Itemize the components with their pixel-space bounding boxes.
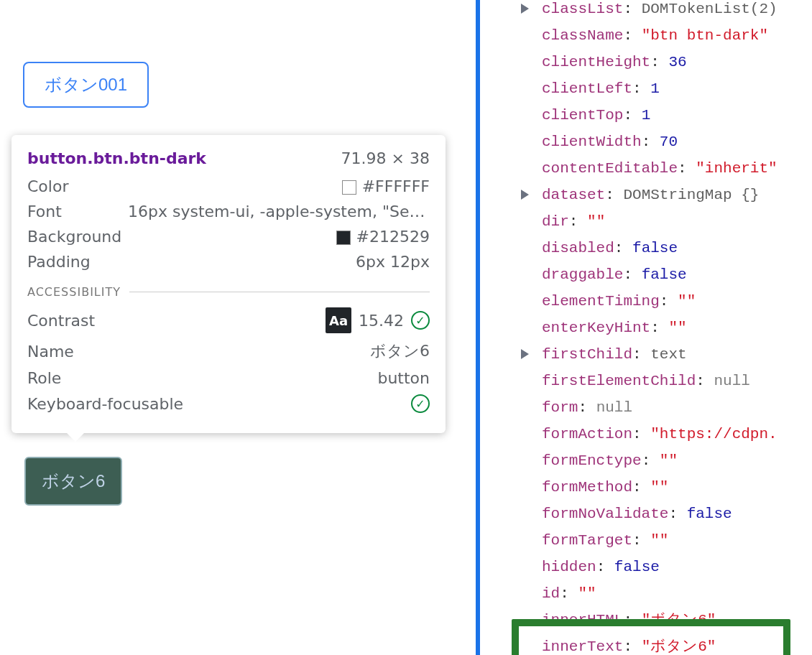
a11y-value: Aa 15.42 ✓ xyxy=(326,307,430,333)
style-label: Padding xyxy=(27,253,91,271)
property-key: formNoValidate xyxy=(542,506,668,522)
property-row[interactable]: clientWidth: 70 xyxy=(542,129,812,155)
style-value: 6px 12px xyxy=(356,253,430,271)
property-row[interactable]: formMethod: "" xyxy=(542,474,812,501)
property-row[interactable]: className: "btn btn-dark" xyxy=(542,22,812,49)
style-row-font: Font 16px system-ui, -apple-system, "Seg… xyxy=(27,203,430,220)
property-key: formEnctype xyxy=(542,452,642,469)
checkmark-icon: ✓ xyxy=(411,311,430,330)
property-key: clientHeight xyxy=(542,54,650,70)
color-swatch-icon xyxy=(336,231,351,245)
property-value: "" xyxy=(650,479,668,496)
property-key: elementTiming xyxy=(542,293,660,310)
property-key: formMethod xyxy=(542,479,632,496)
property-key: firstChild xyxy=(542,346,632,363)
a11y-value: ボタン6 xyxy=(370,340,430,362)
property-row[interactable]: formAction: "https://cdpn. xyxy=(542,421,812,447)
property-row[interactable]: contentEditable: "inherit" xyxy=(542,155,812,182)
property-row[interactable]: dir: "" xyxy=(542,208,812,235)
a11y-label: Role xyxy=(27,369,61,387)
property-row[interactable]: clientTop: 1 xyxy=(542,102,812,129)
property-value: "" xyxy=(578,585,596,602)
property-key: dir xyxy=(542,213,569,230)
property-value: 1 xyxy=(650,80,660,97)
expand-arrow-icon[interactable] xyxy=(521,190,529,200)
property-row[interactable]: hidden: false xyxy=(542,554,812,580)
property-row[interactable]: formTarget: "" xyxy=(542,527,812,554)
property-value: 1 xyxy=(642,107,651,124)
inspected-selector: button.btn.btn-dark xyxy=(27,149,206,167)
property-row[interactable]: elementTiming: "" xyxy=(542,288,812,315)
property-value: "" xyxy=(587,213,605,230)
page-preview-pane: ボタン001 button.btn.btn-dark 71.98 × 38 Co… xyxy=(0,0,476,655)
a11y-row-name: Name ボタン6 xyxy=(27,340,430,362)
color-swatch-icon xyxy=(342,180,356,195)
property-row[interactable]: clientHeight: 36 xyxy=(542,49,812,75)
property-row[interactable]: dataset: DOMStringMap {} xyxy=(542,182,812,208)
property-row[interactable]: enterKeyHint: "" xyxy=(542,315,812,341)
property-key: id xyxy=(542,585,560,602)
property-value: "https://cdpn. xyxy=(650,426,777,442)
property-value: text xyxy=(650,346,686,363)
property-value: "" xyxy=(668,320,686,336)
style-value: 16px system-ui, -apple-system, "Segoe U.… xyxy=(128,203,430,220)
property-key: firstElementChild xyxy=(542,373,696,389)
style-label: Background xyxy=(27,228,121,246)
property-row[interactable]: disabled: false xyxy=(542,235,812,261)
accessibility-section-header: ACCESSIBILITY xyxy=(27,285,430,299)
property-value: false xyxy=(614,559,660,575)
style-label: Font xyxy=(27,203,62,220)
property-row[interactable]: clientLeft: 1 xyxy=(542,75,812,102)
property-value: "" xyxy=(678,293,696,310)
property-value: null xyxy=(596,399,632,416)
property-key: contentEditable xyxy=(542,160,678,177)
button-6[interactable]: ボタン6 xyxy=(24,457,122,506)
property-row[interactable]: form: null xyxy=(542,394,812,421)
a11y-row-role: Role button xyxy=(27,369,430,387)
button-001[interactable]: ボタン001 xyxy=(23,62,149,108)
style-value: #212529 xyxy=(336,228,430,246)
style-label: Color xyxy=(27,177,68,195)
property-value: 70 xyxy=(660,134,678,150)
inspected-dimensions: 71.98 × 38 xyxy=(341,149,430,167)
property-key: className xyxy=(542,27,623,44)
property-value: false xyxy=(632,240,678,256)
a11y-label: Name xyxy=(27,343,74,361)
tooltip-arrow-icon xyxy=(65,432,86,442)
property-value: DOMTokenList(2) xyxy=(642,1,778,17)
expand-arrow-icon[interactable] xyxy=(521,4,529,14)
divider-line xyxy=(129,292,430,292)
property-row[interactable]: draggable: false xyxy=(542,261,812,288)
property-row[interactable]: formNoValidate: false xyxy=(542,501,812,527)
style-row-background: Background #212529 xyxy=(27,228,430,246)
style-value: #FFFFFF xyxy=(342,177,430,195)
property-row[interactable]: firstChild: text xyxy=(542,341,812,368)
property-value: DOMStringMap {} xyxy=(623,187,759,203)
property-key: clientTop xyxy=(542,107,623,124)
property-row[interactable]: classList: DOMTokenList(2) xyxy=(542,0,812,22)
a11y-row-contrast: Contrast Aa 15.42 ✓ xyxy=(27,307,430,333)
expand-arrow-icon[interactable] xyxy=(521,349,529,359)
property-key: hidden xyxy=(542,559,596,575)
property-value: false xyxy=(642,266,687,283)
property-key: formAction xyxy=(542,426,632,442)
a11y-row-focusable: Keyboard-focusable ✓ xyxy=(27,394,430,413)
property-row[interactable]: firstElementChild: null xyxy=(542,368,812,394)
property-value: "btn btn-dark" xyxy=(642,27,768,44)
property-key: form xyxy=(542,399,578,416)
property-key: draggable xyxy=(542,266,623,283)
property-value: null xyxy=(714,373,749,389)
property-key: dataset xyxy=(542,187,605,203)
property-value: "" xyxy=(650,532,668,549)
property-key: formTarget xyxy=(542,532,632,549)
property-key: classList xyxy=(542,1,623,17)
property-value: "inherit" xyxy=(696,160,777,177)
style-row-padding: Padding 6px 12px xyxy=(27,253,430,271)
property-row[interactable]: formEnctype: "" xyxy=(542,447,812,474)
property-key: enterKeyHint xyxy=(542,320,650,336)
element-inspector-tooltip: button.btn.btn-dark 71.98 × 38 Color #FF… xyxy=(11,135,446,433)
property-value: false xyxy=(687,506,732,522)
property-row[interactable]: id: "" xyxy=(542,580,812,607)
devtools-properties-pane[interactable]: classList: DOMTokenList(2)className: "bt… xyxy=(480,0,812,655)
contrast-aa-icon: Aa xyxy=(326,307,351,333)
